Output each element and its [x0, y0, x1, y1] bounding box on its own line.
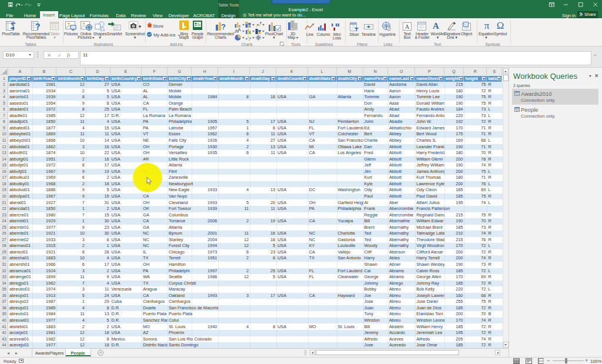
svg-text:?: ?	[221, 22, 226, 31]
svg-text:A: A	[405, 24, 410, 30]
svg-text:?: ?	[35, 22, 41, 31]
